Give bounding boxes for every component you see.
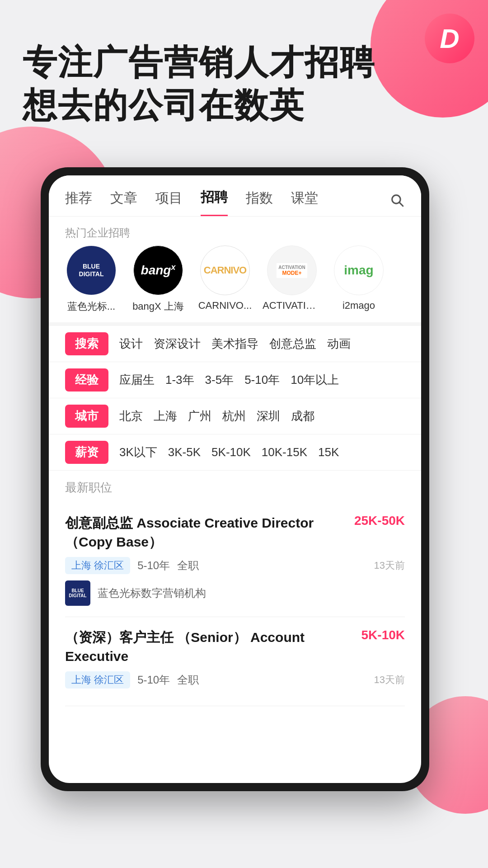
job-card-header: （资深）客户主任 （Senior） Account Executive 5K-1… <box>65 628 405 666</box>
job-title: （资深）客户主任 （Senior） Account Executive <box>65 628 352 666</box>
job-company-row: BLUEDIGITAL 蓝色光标数字营销机构 <box>65 580 405 606</box>
filter-item[interactable]: 美术指导 <box>211 336 258 352</box>
companies-row: BLUEDIGITAL 蓝色光标... bangx bangX 上海 CARNI… <box>49 245 421 322</box>
filter-item[interactable]: 5-10年 <box>244 372 280 388</box>
filter-badge-experience[interactable]: 经验 <box>65 368 108 392</box>
hero-section: 专注广告营销人才招聘 想去的公司在数英 <box>23 41 416 127</box>
filter-item[interactable]: 10年以上 <box>291 372 339 388</box>
tab-index[interactable]: 指数 <box>246 189 273 216</box>
filter-item[interactable]: 应届生 <box>119 372 155 388</box>
job-experience: 5-10年 <box>137 558 170 573</box>
filter-item[interactable]: 上海 <box>154 408 177 424</box>
filter-item[interactable]: 3K-5K <box>168 445 201 459</box>
company-logo-imago: imag <box>334 245 384 295</box>
company-mini-logo: BLUEDIGITAL <box>65 580 90 606</box>
company-logo-carnivo: CARNIVO <box>200 245 250 295</box>
job-salary: 25K-50K <box>354 514 405 528</box>
filter-item[interactable]: 成都 <box>291 408 314 424</box>
company-item[interactable]: bangx bangX 上海 <box>125 245 192 313</box>
imago-logo-text: imag <box>344 263 373 278</box>
job-card[interactable]: 创意副总监 Associate Creative Director（Copy B… <box>65 503 405 617</box>
job-card[interactable]: （资深）客户主任 （Senior） Account Executive 5K-1… <box>65 617 405 706</box>
filter-row-experience: 经验 应届生 1-3年 3-5年 5-10年 10年以上 <box>49 362 421 398</box>
company-name: 蓝色光标... <box>67 300 115 313</box>
filter-item[interactable]: 3-5年 <box>205 372 234 388</box>
company-name: ACTIVATIO... <box>263 300 321 311</box>
filter-row-city: 城市 北京 上海 广州 杭州 深圳 成都 <box>49 398 421 434</box>
phone-screen: 推荐 文章 项目 招聘 指数 课堂 热门企业招聘 <box>49 175 421 783</box>
app-logo[interactable]: D <box>425 14 474 63</box>
company-logo-activation: ACTIVATION MODE+ <box>267 245 317 295</box>
activation-logo-text: ACTIVATION MODE+ <box>277 263 307 278</box>
job-type: 全职 <box>177 673 199 687</box>
job-location-tag: 上海 徐汇区 <box>65 671 130 689</box>
content-area: 热门企业招聘 BLUEDIGITAL 蓝色光标... bangx bangX 上… <box>49 217 421 783</box>
job-meta: 上海 徐汇区 5-10年 全职 13天前 <box>65 557 405 574</box>
tab-article[interactable]: 文章 <box>110 189 137 216</box>
filter-item[interactable]: 设计 <box>119 336 143 352</box>
filter-item[interactable]: 1-3年 <box>165 372 194 388</box>
job-card-header: 创意副总监 Associate Creative Director（Copy B… <box>65 514 405 552</box>
phone-mockup: 推荐 文章 项目 招聘 指数 课堂 热门企业招聘 <box>41 167 488 823</box>
filter-badge-city[interactable]: 城市 <box>65 405 108 428</box>
job-location-tag: 上海 徐汇区 <box>65 557 130 574</box>
tab-course[interactable]: 课堂 <box>291 189 318 216</box>
job-type: 全职 <box>177 558 199 573</box>
svg-line-1 <box>399 202 403 206</box>
job-experience: 5-10年 <box>137 673 170 687</box>
filter-row-salary: 薪资 3K以下 3K-5K 5K-10K 10K-15K 15K <box>49 434 421 471</box>
filter-item[interactable]: 资深设计 <box>154 336 201 352</box>
hero-title: 专注广告营销人才招聘 想去的公司在数英 <box>23 41 416 127</box>
tab-project[interactable]: 项目 <box>155 189 183 216</box>
job-time: 13天前 <box>374 673 405 687</box>
jobs-section: 最新职位 创意副总监 Associate Creative Director（C… <box>49 471 421 706</box>
filter-badge-search[interactable]: 搜索 <box>65 332 108 355</box>
app-logo-letter: D <box>440 23 459 54</box>
jobs-section-title: 最新职位 <box>65 480 405 495</box>
filter-item[interactable]: 广州 <box>188 408 211 424</box>
phone-frame: 推荐 文章 项目 招聘 指数 课堂 热门企业招聘 <box>41 167 429 791</box>
filter-item[interactable]: 10K-15K <box>262 445 307 459</box>
filter-section: 搜索 设计 资深设计 美术指导 创意总监 动画 经验 应届生 1-3年 3-5年… <box>49 322 421 471</box>
nav-tabs: 推荐 文章 项目 招聘 指数 课堂 <box>49 175 421 217</box>
company-name: bangX 上海 <box>132 300 184 313</box>
blue-digital-logo-image: BLUEDIGITAL <box>67 246 116 295</box>
job-salary: 5K-10K <box>361 628 405 642</box>
company-logo-blue-digital: BLUEDIGITAL <box>66 245 116 295</box>
company-mini-name: 蓝色光标数字营销机构 <box>98 586 206 600</box>
filter-row-search: 搜索 设计 资深设计 美术指导 创意总监 动画 <box>49 326 421 362</box>
filter-item[interactable]: 3K以下 <box>119 444 157 460</box>
search-icon[interactable] <box>389 193 405 212</box>
job-time: 13天前 <box>374 559 405 572</box>
company-name: i2mago <box>343 300 375 311</box>
tab-recommend[interactable]: 推荐 <box>65 189 92 216</box>
filter-item[interactable]: 杭州 <box>222 408 246 424</box>
company-item[interactable]: BLUEDIGITAL 蓝色光标... <box>58 245 125 313</box>
company-item[interactable]: ACTIVATION MODE+ ACTIVATIO... <box>258 245 325 311</box>
job-title: 创意副总监 Associate Creative Director（Copy B… <box>65 514 345 552</box>
company-logo-bangx: bangx <box>133 245 183 295</box>
filter-item[interactable]: 北京 <box>119 408 143 424</box>
job-meta: 上海 徐汇区 5-10年 全职 13天前 <box>65 671 405 689</box>
company-mini-logo-text: BLUEDIGITAL <box>67 586 88 600</box>
bangx-logo-text: bangx <box>141 263 176 278</box>
hot-companies-label: 热门企业招聘 <box>49 217 421 245</box>
filter-item[interactable]: 深圳 <box>257 408 280 424</box>
tab-jobs[interactable]: 招聘 <box>201 188 228 216</box>
carnivo-logo-text: CARNIVO <box>204 264 246 276</box>
filter-badge-salary[interactable]: 薪资 <box>65 441 108 464</box>
filter-item[interactable]: 创意总监 <box>269 336 316 352</box>
company-item[interactable]: CARNIVO CARNIVO... <box>192 245 258 311</box>
filter-item[interactable]: 5K-10K <box>211 445 251 459</box>
filter-item[interactable]: 15K <box>318 445 339 459</box>
filter-item[interactable]: 动画 <box>327 336 351 352</box>
company-item[interactable]: imag i2mago <box>325 245 392 311</box>
company-name: CARNIVO... <box>198 300 252 311</box>
